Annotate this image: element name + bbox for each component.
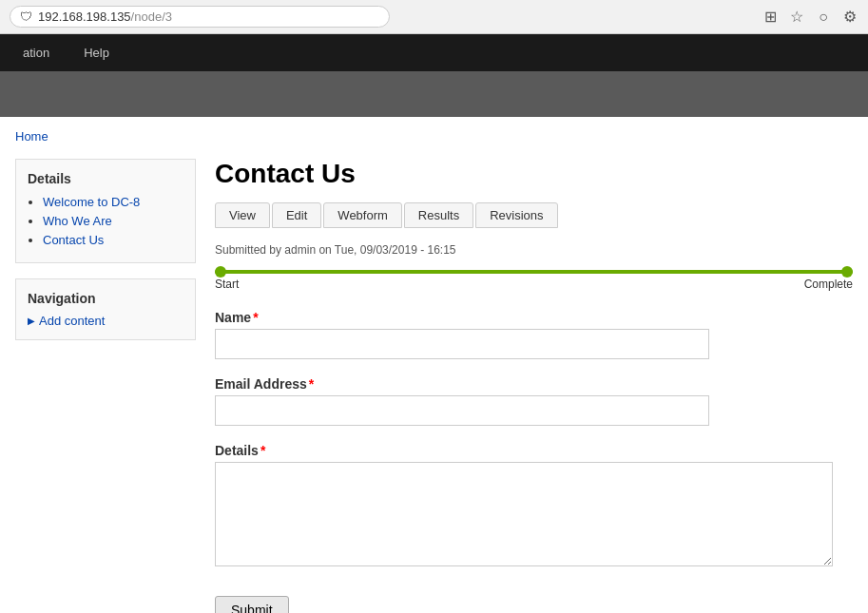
- tab-edit[interactable]: Edit: [272, 202, 321, 228]
- name-required-star: *: [253, 310, 258, 325]
- extensions-icon[interactable]: ⚙: [841, 9, 858, 26]
- add-content-link[interactable]: Add content: [28, 314, 183, 328]
- name-label-text: Name: [215, 310, 251, 325]
- sidebar: Details Welcome to DC-8 Who We Are Conta…: [15, 159, 196, 613]
- home-link[interactable]: Home: [15, 129, 48, 144]
- progress-labels: Start Complete: [215, 278, 853, 291]
- main-container: Details Welcome to DC-8 Who We Are Conta…: [0, 144, 868, 613]
- submit-button[interactable]: Submit: [215, 596, 289, 613]
- toolbar-item-help[interactable]: Help: [76, 42, 117, 64]
- banner-area: [0, 71, 868, 117]
- navigation-block: Navigation Add content: [15, 278, 196, 340]
- sidebar-link-who-we-are[interactable]: Who We Are: [43, 214, 112, 228]
- email-label: Email Address*: [215, 376, 853, 392]
- list-item: Who We Are: [43, 213, 183, 228]
- content-area: Contact Us View Edit Webform Results Rev…: [215, 159, 853, 613]
- url-path: /node/3: [131, 10, 172, 24]
- details-link-list: Welcome to DC-8 Who We Are Contact Us: [28, 194, 183, 247]
- progress-bar-track: [215, 270, 853, 274]
- toolbar-item-ation[interactable]: ation: [15, 42, 57, 64]
- submitted-info: Submitted by admin on Tue, 09/03/2019 - …: [215, 243, 853, 257]
- tab-results[interactable]: Results: [404, 202, 473, 228]
- user-icon[interactable]: ○: [815, 9, 832, 26]
- details-textarea[interactable]: [215, 462, 833, 566]
- progress-container: Start Complete: [215, 270, 853, 291]
- browser-chrome: 🛡 192.168.198.135/node/3 ⊞ ☆ ○ ⚙: [0, 0, 868, 34]
- url-host: 192.168.198.135: [38, 10, 131, 24]
- list-item: Contact Us: [43, 232, 183, 247]
- tab-revisions[interactable]: Revisions: [475, 202, 557, 228]
- browser-toolbar-icons: ⊞ ☆ ○ ⚙: [762, 9, 858, 26]
- email-input[interactable]: [215, 395, 709, 426]
- breadcrumb-area: Home: [0, 117, 868, 144]
- progress-start-label: Start: [215, 278, 239, 291]
- address-bar[interactable]: 🛡 192.168.198.135/node/3: [10, 6, 390, 28]
- progress-bar-fill: [215, 270, 853, 274]
- submit-area: Submit: [215, 586, 853, 613]
- breadcrumb: Home: [15, 128, 48, 144]
- admin-toolbar: ation Help: [0, 34, 868, 71]
- qr-icon[interactable]: ⊞: [762, 9, 779, 26]
- star-icon[interactable]: ☆: [788, 9, 805, 26]
- email-label-text: Email Address: [215, 376, 307, 392]
- details-label-text: Details: [215, 443, 259, 458]
- details-block: Details Welcome to DC-8 Who We Are Conta…: [15, 159, 196, 263]
- form-group-details: Details*: [215, 443, 853, 569]
- details-block-title: Details: [28, 171, 183, 186]
- shield-icon: 🛡: [20, 10, 32, 24]
- progress-dot-start: [215, 266, 226, 278]
- details-required-star: *: [260, 443, 265, 458]
- tab-view[interactable]: View: [215, 202, 270, 228]
- url-text: 192.168.198.135/node/3: [38, 10, 172, 24]
- details-label: Details*: [215, 443, 853, 458]
- sidebar-link-welcome[interactable]: Welcome to DC-8: [43, 195, 140, 209]
- navigation-block-title: Navigation: [28, 291, 183, 306]
- progress-dot-end: [841, 266, 853, 278]
- sidebar-link-contact-us[interactable]: Contact Us: [43, 233, 104, 247]
- progress-complete-label: Complete: [804, 278, 853, 291]
- name-label: Name*: [215, 310, 853, 325]
- page-title: Contact Us: [215, 159, 853, 189]
- tab-bar: View Edit Webform Results Revisions: [215, 202, 853, 228]
- name-input[interactable]: [215, 329, 709, 359]
- tab-webform[interactable]: Webform: [323, 202, 402, 228]
- form-group-email: Email Address*: [215, 376, 853, 426]
- email-required-star: *: [309, 376, 314, 392]
- form-group-name: Name*: [215, 310, 853, 359]
- list-item: Welcome to DC-8: [43, 194, 183, 209]
